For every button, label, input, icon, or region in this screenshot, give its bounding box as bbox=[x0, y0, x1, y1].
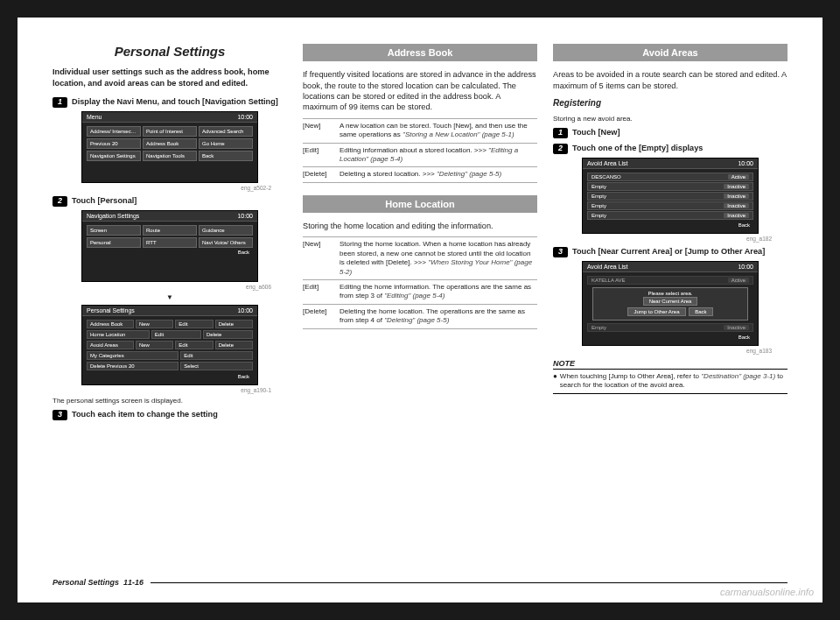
note-heading: NOTE bbox=[553, 359, 788, 370]
step-1: 1 Touch [New] bbox=[553, 128, 788, 138]
screenshot-avoid-popup: Avoid Area List10:00 KATELLA AVEActive P… bbox=[582, 261, 759, 346]
step-text: Touch [New] bbox=[572, 128, 620, 138]
section-text: If frequently visited locations are stor… bbox=[303, 69, 537, 113]
step-text: Touch [Personal] bbox=[72, 196, 136, 207]
intro-text: Individual user settings such as the add… bbox=[52, 67, 287, 88]
step-number: 3 bbox=[553, 247, 568, 257]
screenshot-avoid-list: Avoid Area List10:00 DESCANSOActive Empt… bbox=[582, 158, 759, 234]
table-address-book: [New]A new location can be stored. Touch… bbox=[303, 118, 537, 183]
table-home-location: [New]Storing the home location. When a h… bbox=[303, 236, 537, 328]
section-text: Storing the home location and editing th… bbox=[303, 221, 537, 231]
step-number: 2 bbox=[553, 144, 568, 154]
step-text: Touch [Near Current Area] or [Jump to Ot… bbox=[572, 247, 765, 257]
step-text: Touch one of the [Empty] displays bbox=[572, 144, 703, 154]
page-title: Personal Settings bbox=[52, 44, 287, 59]
down-arrow-icon: ▼ bbox=[52, 293, 287, 301]
figure-caption: eng_a502-2 bbox=[52, 185, 287, 191]
step-text: Touch each item to change the setting bbox=[72, 410, 218, 420]
screenshot-navi-menu: Menu10:00 Address/ Intersection Point of… bbox=[81, 111, 258, 183]
manual-page: Personal Settings Individual user settin… bbox=[18, 18, 822, 602]
footer-page: 11-16 bbox=[123, 578, 144, 587]
column-2: Address Book If frequently visited locat… bbox=[303, 44, 537, 424]
step-number: 2 bbox=[52, 196, 67, 207]
footer-title: Personal Settings bbox=[52, 578, 119, 587]
step-3: 3 Touch [Near Current Area] or [Jump to … bbox=[553, 247, 788, 257]
figure-caption: eng_a182 bbox=[553, 236, 788, 242]
section-address-book: Address Book bbox=[303, 44, 537, 61]
step-text: Display the Navi Menu, and touch [Naviga… bbox=[72, 97, 278, 108]
bullet-icon: ● bbox=[553, 372, 557, 391]
result-caption: The personal settings screen is displaye… bbox=[52, 397, 287, 405]
section-text: Areas to be avoided in a route search ca… bbox=[553, 69, 788, 91]
step-number: 1 bbox=[553, 128, 568, 138]
watermark: carmanualsonline.info bbox=[720, 587, 814, 597]
section-avoid-areas: Avoid Areas bbox=[553, 44, 788, 61]
sub-text: Storing a new avoid area. bbox=[553, 115, 788, 123]
step-2: 2 Touch [Personal] bbox=[52, 196, 287, 207]
step-2: 2 Touch one of the [Empty] displays bbox=[553, 144, 788, 154]
column-3: Avoid Areas Areas to be avoided in a rou… bbox=[553, 44, 788, 424]
figure-caption: eng_a606 bbox=[52, 284, 287, 290]
page-footer: Personal Settings 11-16 bbox=[52, 578, 788, 587]
step-number: 3 bbox=[52, 410, 67, 420]
step-number: 1 bbox=[52, 97, 67, 108]
step-1: 1 Display the Navi Menu, and touch [Navi… bbox=[52, 97, 287, 108]
screenshot-personal-settings: Personal Settings10:00 Address BookNewEd… bbox=[81, 305, 258, 385]
note-body: ● When touching [Jump to Other Area], re… bbox=[553, 370, 788, 394]
screenshot-nav-settings: Navigation Settings10:00 Screen Route Gu… bbox=[81, 210, 258, 282]
footer-rule bbox=[150, 582, 788, 583]
popup-dialog: Please select area. Near Current Area Ju… bbox=[592, 287, 748, 321]
figure-caption: eng_a183 bbox=[553, 348, 788, 354]
section-home-location: Home Location bbox=[303, 195, 537, 213]
column-1: Personal Settings Individual user settin… bbox=[52, 44, 287, 424]
subheading-registering: Registering bbox=[553, 98, 788, 108]
figure-caption: eng_a190-1 bbox=[52, 387, 287, 393]
step-3: 3 Touch each item to change the setting bbox=[52, 410, 287, 420]
